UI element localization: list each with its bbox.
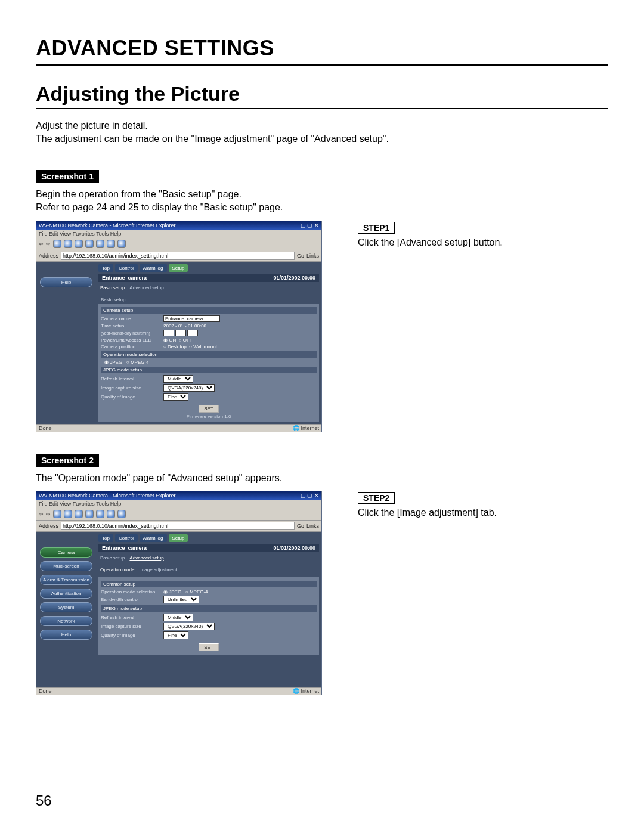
innertab-image-adjustment[interactable]: Image adjustment xyxy=(139,567,177,572)
go-button[interactable]: Go xyxy=(297,523,304,529)
tab-alarm-log[interactable]: Alarm log xyxy=(140,264,167,272)
window-titlebar: WV-NM100 Network Camera - Microsoft Inte… xyxy=(36,221,321,230)
go-button[interactable]: Go xyxy=(297,253,304,259)
status-zone: 🌐 Internet xyxy=(293,425,319,431)
menubar: File Edit View Favorites Tools Help xyxy=(36,230,321,238)
history-icon xyxy=(107,240,115,248)
set-button[interactable]: SET xyxy=(199,405,219,413)
history-icon xyxy=(107,510,115,518)
tab-setup[interactable]: Setup xyxy=(169,534,188,542)
input-time-1[interactable] xyxy=(163,330,174,336)
select-image-size[interactable]: QVGA(320x240) xyxy=(163,623,215,630)
window-controls: ▢ ▢ ✕ xyxy=(301,493,319,498)
input-time-3[interactable] xyxy=(187,330,198,336)
intro-line: The adjustment can be made on the "Image… xyxy=(36,132,608,145)
back-icon: ⇦ xyxy=(39,241,44,247)
radio-led-on[interactable]: ◉ ON xyxy=(163,337,176,343)
home-icon xyxy=(75,240,83,248)
label-camera-position: Camera position xyxy=(101,344,163,349)
address-label: Address xyxy=(39,523,58,529)
select-bandwidth[interactable]: Unlimited xyxy=(163,596,199,603)
back-icon: ⇦ xyxy=(39,511,44,517)
section-title: Adjusting the Picture xyxy=(36,82,608,109)
screenshot-2-block: Screenshot 2 The "Operation mode" page o… xyxy=(36,454,608,695)
tab-top[interactable]: Top xyxy=(98,264,113,272)
status-text: Done xyxy=(39,688,52,694)
search-icon xyxy=(85,510,94,518)
page-title: ADVANCED SETTINGS xyxy=(36,36,608,66)
radio-mpeg4[interactable]: ○ MPEG-4 xyxy=(185,589,208,594)
tab-control[interactable]: Control xyxy=(115,534,138,542)
sidebar-auth-button[interactable]: Authentication xyxy=(40,589,92,599)
label-image-size: Image capture size xyxy=(101,385,163,391)
input-camera-name[interactable] xyxy=(163,315,220,322)
label-time-format: (year-month-day hour:min) xyxy=(101,331,163,335)
radio-desktop[interactable]: ○ Desk top xyxy=(163,344,187,349)
browser-screenshot-1: WV-NM100 Network Camera - Microsoft Inte… xyxy=(36,221,322,432)
set-button[interactable]: SET xyxy=(199,643,219,651)
tab-alarm-log[interactable]: Alarm log xyxy=(140,534,167,542)
label-led: Power/Link/Access LED xyxy=(101,337,163,343)
label-bandwidth: Bandwidth control xyxy=(101,597,163,602)
step-label: STEP1 xyxy=(358,222,395,234)
innertab-operation-mode[interactable]: Operation mode xyxy=(100,567,134,572)
radio-wallmount[interactable]: ○ Wall mount xyxy=(189,344,217,349)
select-quality[interactable]: Fine xyxy=(163,631,188,639)
favorites-icon xyxy=(96,510,104,518)
radio-jpeg[interactable]: ◉ JPEG xyxy=(104,360,122,365)
subtab-advanced-setup[interactable]: Advanced setup xyxy=(129,555,163,561)
stop-icon xyxy=(53,240,61,248)
panel-head-opmode: Operation mode selection xyxy=(101,351,317,358)
subtab-advanced-setup[interactable]: Advanced setup xyxy=(129,285,163,290)
intro-block: Adjust the picture in detail. The adjust… xyxy=(36,119,608,146)
screenshot-desc: The "Operation mode" page of "Advanced s… xyxy=(36,472,608,485)
label-quality: Quality of image xyxy=(101,394,163,400)
desc-line: Refer to page 24 and 25 to display the "… xyxy=(36,201,608,214)
select-image-size[interactable]: QVGA(320x240) xyxy=(163,384,215,392)
page-number: 56 xyxy=(36,792,52,809)
sidebar-network-button[interactable]: Network xyxy=(40,616,92,626)
select-quality[interactable]: Fine xyxy=(163,393,188,401)
sidebar-camera-button[interactable]: Camera xyxy=(40,547,92,558)
sidebar-help-button[interactable]: Help xyxy=(40,277,92,287)
sidebar-system-button[interactable]: System xyxy=(40,602,92,612)
label-opmode: Operation mode selection xyxy=(101,589,163,594)
mail-icon xyxy=(117,240,126,248)
sidebar-alarm-button[interactable]: Alarm & Transmission xyxy=(40,575,92,585)
sidebar-multiscreen-button[interactable]: Multi-screen xyxy=(40,561,92,571)
subtab-basic-setup[interactable]: Basic setup xyxy=(100,285,125,290)
refresh-icon xyxy=(64,510,72,518)
address-input[interactable] xyxy=(61,252,295,260)
forward-icon: ⇨ xyxy=(46,511,51,517)
panel-head-jpeg: JPEG mode setup xyxy=(101,367,317,373)
firmware-version: Firmware version 1.0 xyxy=(101,414,317,419)
screenshot-label: Screenshot 2 xyxy=(36,454,99,467)
step-label: STEP2 xyxy=(358,492,395,504)
input-time-2[interactable] xyxy=(175,330,186,336)
toolbar: ⇦ ⇨ xyxy=(36,508,321,521)
label-time-setup: Time setup xyxy=(101,323,163,329)
subtab-basic-setup[interactable]: Basic setup xyxy=(100,555,125,561)
radio-jpeg[interactable]: ◉ JPEG xyxy=(163,589,181,594)
status-zone: 🌐 Internet xyxy=(293,688,319,694)
tab-control[interactable]: Control xyxy=(115,264,138,272)
label-camera-name: Camera name xyxy=(101,316,163,321)
label-refresh-interval: Refresh interval xyxy=(101,376,163,382)
refresh-icon xyxy=(64,240,72,248)
favorites-icon xyxy=(96,240,104,248)
select-refresh-interval[interactable]: Middle xyxy=(163,614,193,621)
label-image-size: Image capture size xyxy=(101,624,163,629)
links-label: Links xyxy=(306,523,319,529)
address-input[interactable] xyxy=(61,522,295,530)
stop-icon xyxy=(53,510,61,518)
toolbar: ⇦ ⇨ xyxy=(36,238,321,250)
sidebar-help-button[interactable]: Help xyxy=(40,630,92,640)
radio-led-off[interactable]: ○ OFF xyxy=(179,337,193,343)
subpage-title: Basic setup xyxy=(98,296,319,304)
radio-mpeg4[interactable]: ○ MPEG-4 xyxy=(126,360,149,365)
select-refresh-interval[interactable]: Middle xyxy=(163,375,193,383)
window-title: WV-NM100 Network Camera - Microsoft Inte… xyxy=(39,222,176,228)
window-titlebar: WV-NM100 Network Camera - Microsoft Inte… xyxy=(36,491,321,500)
tab-setup[interactable]: Setup xyxy=(169,264,188,272)
tab-top[interactable]: Top xyxy=(98,534,113,542)
